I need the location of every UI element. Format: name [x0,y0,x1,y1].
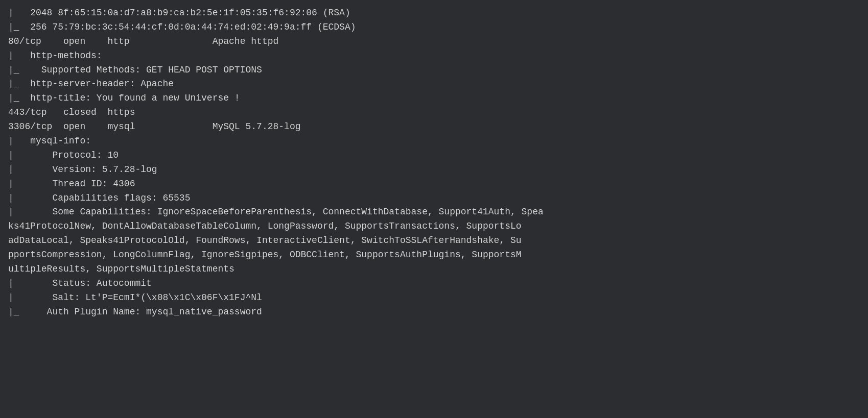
terminal-output: | 2048 8f:65:15:0a:d7:a8:b9:ca:b2:5e:1f:… [8,6,860,319]
terminal-line: pportsCompression, LongColumnFlag, Ignor… [8,248,860,262]
terminal-line: | 2048 8f:65:15:0a:d7:a8:b9:ca:b2:5e:1f:… [8,6,860,20]
terminal-line: |_ Auth Plugin Name: mysql_native_passwo… [8,305,860,319]
terminal-line: ultipleResults, SupportsMultipleStatment… [8,262,860,277]
terminal-line: 443/tcp closed https [8,106,860,120]
terminal-line: | Thread ID: 4306 [8,177,860,191]
terminal-line: ks41ProtocolNew, DontAllowDatabaseTableC… [8,219,860,234]
terminal-line: 3306/tcp open mysql MySQL 5.7.28-log [8,120,860,134]
terminal-line: |_ http-title: You found a new Universe … [8,91,860,106]
terminal-line: | Some Capabilities: IgnoreSpaceBeforePa… [8,205,860,219]
terminal-line: |_ Supported Methods: GET HEAD POST OPTI… [8,63,860,78]
terminal-line: 80/tcp open http Apache httpd [8,35,860,49]
terminal-line: |_ http-server-header: Apache [8,77,860,91]
terminal-line: | Version: 5.7.28-log [8,163,860,177]
terminal-line: adDataLocal, Speaks41ProtocolOld, FoundR… [8,234,860,248]
terminal-line: |_ 256 75:79:bc:3c:54:44:cf:0d:0a:44:74:… [8,20,860,35]
terminal-line: | Protocol: 10 [8,149,860,163]
terminal-line: | Salt: Lt'P=EcmI*(\x08\x1C\x06F\x1FJ^Nl [8,291,860,305]
terminal-line: | Capabilities flags: 65535 [8,191,860,206]
terminal-line: | http-methods: [8,49,860,63]
terminal-line: | Status: Autocommit [8,277,860,291]
terminal-line: | mysql-info: [8,134,860,149]
